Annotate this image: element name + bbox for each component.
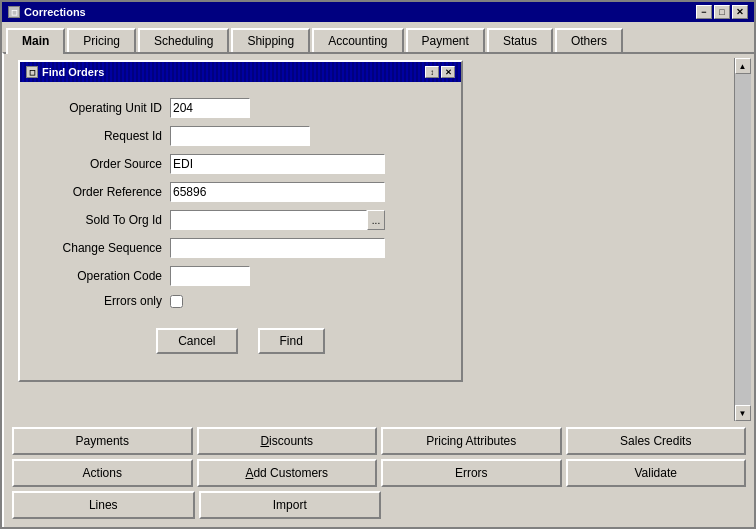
tab-shipping[interactable]: Shipping <box>231 28 310 54</box>
validate-button[interactable]: Validate <box>566 459 747 487</box>
operating-unit-id-input[interactable] <box>170 98 250 118</box>
action-row-2: Actions Add Customers Errors Validate <box>12 459 746 487</box>
tab-payment[interactable]: Payment <box>406 28 485 54</box>
sold-to-org-browse-button[interactable]: ... <box>367 210 385 230</box>
sold-to-org-id-input[interactable] <box>170 210 367 230</box>
errors-only-label: Errors only <box>40 294 170 308</box>
request-id-row: Request Id <box>40 126 441 146</box>
sales-credits-button[interactable]: Sales Credits <box>566 427 747 455</box>
title-bar-buttons: − □ ✕ <box>696 5 748 19</box>
operation-code-input[interactable] <box>170 266 250 286</box>
tab-others[interactable]: Others <box>555 28 623 54</box>
errors-only-checkbox[interactable] <box>170 295 183 308</box>
operating-unit-id-row: Operating Unit ID <box>40 98 441 118</box>
scroll-up-button[interactable]: ▲ <box>735 58 751 74</box>
change-sequence-input[interactable] <box>170 238 385 258</box>
action-row-1: Payments Discounts Pricing Attributes Sa… <box>12 427 746 455</box>
close-button[interactable]: ✕ <box>732 5 748 19</box>
dialog-body: Operating Unit ID Request Id Order Sourc… <box>20 82 461 380</box>
restore-button[interactable]: □ <box>714 5 730 19</box>
scroll-track[interactable] <box>735 74 751 405</box>
request-id-label: Request Id <box>40 129 170 143</box>
dialog-buttons: Cancel Find <box>40 328 441 364</box>
window-title: Corrections <box>24 6 86 18</box>
order-reference-row: Order Reference <box>40 182 441 202</box>
bottom-actions: Payments Discounts Pricing Attributes Sa… <box>8 421 750 523</box>
tab-main[interactable]: Main <box>6 28 65 54</box>
tab-bar: Main Pricing Scheduling Shipping Account… <box>2 22 754 52</box>
tab-scheduling[interactable]: Scheduling <box>138 28 229 54</box>
window-icon: ◻ <box>8 6 20 18</box>
order-source-row: Order Source <box>40 154 441 174</box>
main-window: ◻ Corrections − □ ✕ Main Pricing Schedul… <box>0 0 756 529</box>
find-button[interactable]: Find <box>258 328 325 354</box>
change-sequence-row: Change Sequence <box>40 238 441 258</box>
dialog-close-button[interactable]: ✕ <box>441 66 455 78</box>
title-bar-left: ◻ Corrections <box>8 6 86 18</box>
content-area: ◻ Find Orders ↕ ✕ Operating Unit ID <box>2 52 754 527</box>
change-sequence-label: Change Sequence <box>40 241 170 255</box>
dialog-title-buttons: ↕ ✕ <box>425 66 455 78</box>
request-id-input[interactable] <box>170 126 310 146</box>
actions-button[interactable]: Actions <box>12 459 193 487</box>
lines-button[interactable]: Lines <box>12 491 195 519</box>
dialog-title-text: Find Orders <box>42 66 104 78</box>
minimize-button[interactable]: − <box>696 5 712 19</box>
action-row-3: Lines Import <box>12 491 746 519</box>
order-source-label: Order Source <box>40 157 170 171</box>
main-panel: ◻ Find Orders ↕ ✕ Operating Unit ID <box>8 58 750 421</box>
tab-pricing[interactable]: Pricing <box>67 28 136 54</box>
add-customers-button[interactable]: Add Customers <box>197 459 378 487</box>
import-button[interactable]: Import <box>199 491 382 519</box>
vertical-scrollbar: ▲ ▼ <box>734 58 750 421</box>
dialog-resize-button[interactable]: ↕ <box>425 66 439 78</box>
operating-unit-id-label: Operating Unit ID <box>40 101 170 115</box>
dialog-title-bar: ◻ Find Orders ↕ ✕ <box>20 62 461 82</box>
tab-status[interactable]: Status <box>487 28 553 54</box>
order-source-input[interactable] <box>170 154 385 174</box>
dialog-title-left: ◻ Find Orders <box>26 66 104 78</box>
sold-to-org-id-row: Sold To Org Id ... <box>40 210 441 230</box>
pricing-attributes-button[interactable]: Pricing Attributes <box>381 427 562 455</box>
discounts-button[interactable]: Discounts <box>197 427 378 455</box>
payments-button[interactable]: Payments <box>12 427 193 455</box>
operation-code-row: Operation Code <box>40 266 441 286</box>
cancel-button[interactable]: Cancel <box>156 328 237 354</box>
panel-content: ◻ Find Orders ↕ ✕ Operating Unit ID <box>8 58 734 421</box>
sold-to-org-id-group: ... <box>170 210 385 230</box>
title-bar: ◻ Corrections − □ ✕ <box>2 2 754 22</box>
errors-button[interactable]: Errors <box>381 459 562 487</box>
sold-to-org-id-label: Sold To Org Id <box>40 213 170 227</box>
order-reference-input[interactable] <box>170 182 385 202</box>
dialog-icon: ◻ <box>26 66 38 78</box>
order-reference-label: Order Reference <box>40 185 170 199</box>
operation-code-label: Operation Code <box>40 269 170 283</box>
errors-only-row: Errors only <box>40 294 441 308</box>
tab-accounting[interactable]: Accounting <box>312 28 403 54</box>
scroll-down-button[interactable]: ▼ <box>735 405 751 421</box>
find-orders-dialog: ◻ Find Orders ↕ ✕ Operating Unit ID <box>18 60 463 382</box>
